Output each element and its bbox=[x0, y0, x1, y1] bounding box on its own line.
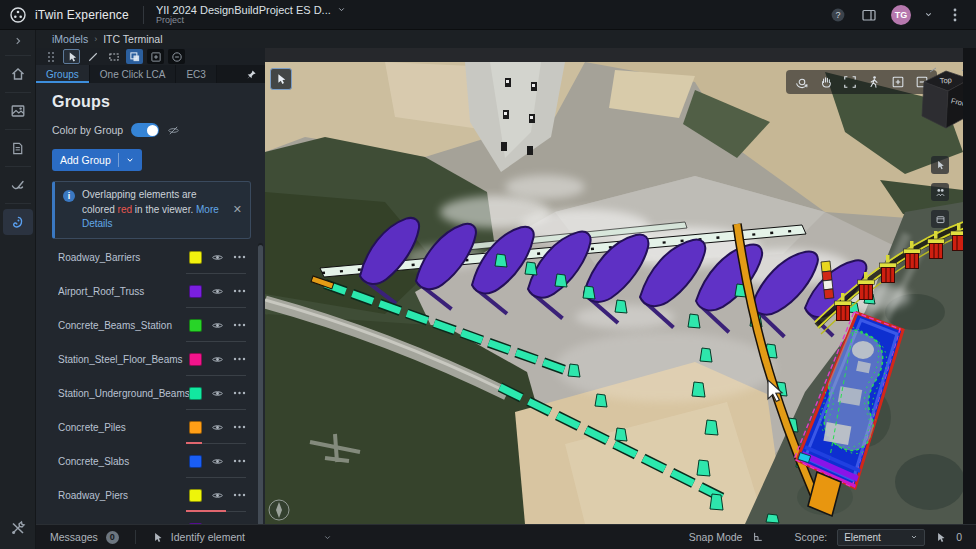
viewer-side-tools bbox=[931, 156, 949, 228]
breadcrumb: iModels › ITC Terminal bbox=[36, 30, 976, 48]
group-color-swatch[interactable] bbox=[189, 353, 202, 366]
walk-tool-icon[interactable] bbox=[864, 73, 883, 92]
group-row[interactable]: Station_Steel_Floor_Beams bbox=[36, 342, 256, 376]
nav-reports-icon[interactable] bbox=[3, 135, 33, 161]
viewer-3d-scene bbox=[265, 62, 963, 524]
rail-divider bbox=[5, 92, 31, 93]
scope-dropdown[interactable]: Element bbox=[837, 529, 925, 546]
tab-one-click-lca[interactable]: One Click LCA bbox=[90, 65, 177, 83]
visibility-eye-icon[interactable] bbox=[211, 455, 224, 468]
nav-map-icon[interactable] bbox=[3, 98, 33, 124]
group-row[interactable]: Concrete_Beams_Station bbox=[36, 308, 256, 342]
breadcrumb-current: ITC Terminal bbox=[103, 33, 162, 45]
tab-ec3[interactable]: EC3 bbox=[176, 65, 216, 83]
panel-scrollbar[interactable] bbox=[258, 243, 263, 520]
group-more-icon[interactable] bbox=[233, 357, 246, 361]
measure-tool-icon[interactable] bbox=[931, 156, 949, 174]
group-row[interactable]: Station_Underground_Beams bbox=[36, 376, 256, 410]
more-menu-icon[interactable] bbox=[946, 6, 964, 24]
drag-handle-icon[interactable] bbox=[42, 49, 59, 64]
viewer-3d-canvas[interactable]: Top Front bbox=[265, 62, 963, 524]
group-color-swatch[interactable] bbox=[189, 489, 202, 502]
add-group-button[interactable]: Add Group bbox=[52, 149, 142, 171]
color-by-group-toggle[interactable] bbox=[131, 123, 159, 137]
group-row[interactable]: Concrete_Slabs bbox=[36, 444, 256, 478]
group-more-icon[interactable] bbox=[233, 425, 246, 429]
help-icon[interactable]: ? bbox=[829, 6, 847, 24]
user-avatar[interactable]: TG bbox=[891, 5, 911, 25]
model-layers-icon[interactable] bbox=[931, 210, 949, 228]
zoom-in-icon[interactable] bbox=[888, 73, 907, 92]
group-color-swatch[interactable] bbox=[189, 387, 202, 400]
group-more-icon[interactable] bbox=[233, 255, 246, 259]
group-more-icon[interactable] bbox=[233, 323, 246, 327]
group-color-swatch[interactable] bbox=[189, 319, 202, 332]
visibility-eye-icon[interactable] bbox=[211, 489, 224, 502]
group-list: Roadway_Barriers Airport_Roof_Truss bbox=[36, 240, 256, 524]
panel-layout-icon[interactable] bbox=[860, 6, 878, 24]
identify-element-label[interactable]: Identify element bbox=[171, 531, 245, 543]
line-select-tool-button[interactable] bbox=[84, 49, 101, 64]
hide-colors-icon[interactable] bbox=[167, 124, 180, 137]
group-color-swatch[interactable] bbox=[189, 421, 202, 434]
group-more-icon[interactable] bbox=[233, 493, 246, 497]
section-tool-icon[interactable] bbox=[931, 183, 949, 201]
scrollbar-thumb[interactable] bbox=[258, 245, 263, 524]
project-name[interactable]: YII 2024 DesignBuildProject ES D... bbox=[156, 4, 331, 16]
itwin-app: iTwin Experience YII 2024 DesignBuildPro… bbox=[0, 0, 976, 549]
visibility-eye-icon[interactable] bbox=[211, 387, 224, 400]
collapsed-right-panel[interactable] bbox=[963, 48, 976, 524]
overlap-info-banner: i Overlapping elements are colored red i… bbox=[52, 181, 251, 239]
group-row[interactable]: Station_Concrete_Walls bbox=[36, 512, 256, 524]
group-more-icon[interactable] bbox=[233, 289, 246, 293]
view-cube[interactable]: Top Front bbox=[916, 62, 963, 144]
group-color-swatch[interactable] bbox=[189, 455, 202, 468]
group-more-icon[interactable] bbox=[233, 391, 246, 395]
fit-view-icon[interactable] bbox=[840, 73, 859, 92]
visibility-eye-icon[interactable] bbox=[211, 285, 224, 298]
tab-groups[interactable]: Groups bbox=[36, 65, 90, 83]
breadcrumb-imodels[interactable]: iModels bbox=[52, 33, 88, 45]
snap-mode-label[interactable]: Snap Mode bbox=[689, 531, 743, 543]
orbit-tool-icon[interactable] bbox=[792, 73, 811, 92]
visibility-eye-icon[interactable] bbox=[211, 251, 224, 264]
isolate-tool-button[interactable] bbox=[126, 49, 143, 64]
nav-admin-tools-icon[interactable] bbox=[3, 515, 33, 541]
statusbar-chevron-icon[interactable] bbox=[323, 533, 332, 542]
snap-mode-icon[interactable] bbox=[752, 531, 764, 543]
group-row[interactable]: Concrete_Piles bbox=[36, 410, 256, 444]
add-selection-button[interactable] bbox=[147, 49, 164, 64]
viewer-toolbar bbox=[786, 70, 937, 94]
group-color-swatch[interactable] bbox=[189, 285, 202, 298]
visibility-eye-icon[interactable] bbox=[211, 319, 224, 332]
add-group-caret-icon[interactable] bbox=[126, 156, 134, 164]
messages-label[interactable]: Messages bbox=[50, 531, 98, 543]
visibility-eye-icon[interactable] bbox=[211, 421, 224, 434]
group-row[interactable]: Roadway_Barriers bbox=[36, 240, 256, 274]
select-tool-button[interactable] bbox=[63, 49, 80, 64]
avatar-caret-icon[interactable] bbox=[924, 10, 933, 19]
view-cube-top-label[interactable]: Top bbox=[939, 76, 952, 86]
box-select-tool-button[interactable] bbox=[105, 49, 122, 64]
nav-validation-icon[interactable] bbox=[3, 172, 33, 198]
project-switcher[interactable]: YII 2024 DesignBuildProject ES D... Proj… bbox=[156, 4, 346, 26]
nav-home-icon[interactable] bbox=[3, 61, 33, 87]
group-row[interactable]: Roadway_Piers bbox=[36, 478, 256, 512]
identify-cursor-icon bbox=[152, 532, 163, 543]
group-row[interactable]: Airport_Roof_Truss bbox=[36, 274, 256, 308]
nav-carbon-analysis-icon[interactable] bbox=[3, 209, 33, 235]
pan-tool-icon[interactable] bbox=[816, 73, 835, 92]
banner-close-icon[interactable]: ✕ bbox=[231, 203, 244, 216]
viewer-select-tool-button[interactable] bbox=[270, 68, 292, 90]
statusbar-divider bbox=[135, 530, 136, 544]
remove-selection-button[interactable] bbox=[168, 49, 185, 64]
messages-count-badge[interactable]: 0 bbox=[106, 531, 119, 544]
pin-icon[interactable] bbox=[246, 69, 257, 80]
banner-highlight: red bbox=[118, 204, 132, 215]
group-color-swatch[interactable] bbox=[189, 251, 202, 264]
svg-text:?: ? bbox=[835, 10, 840, 20]
group-more-icon[interactable] bbox=[233, 459, 246, 463]
expand-rail-icon[interactable] bbox=[3, 32, 33, 50]
visibility-eye-icon[interactable] bbox=[211, 353, 224, 366]
banner-text: Overlapping elements are colored red in … bbox=[82, 188, 224, 232]
